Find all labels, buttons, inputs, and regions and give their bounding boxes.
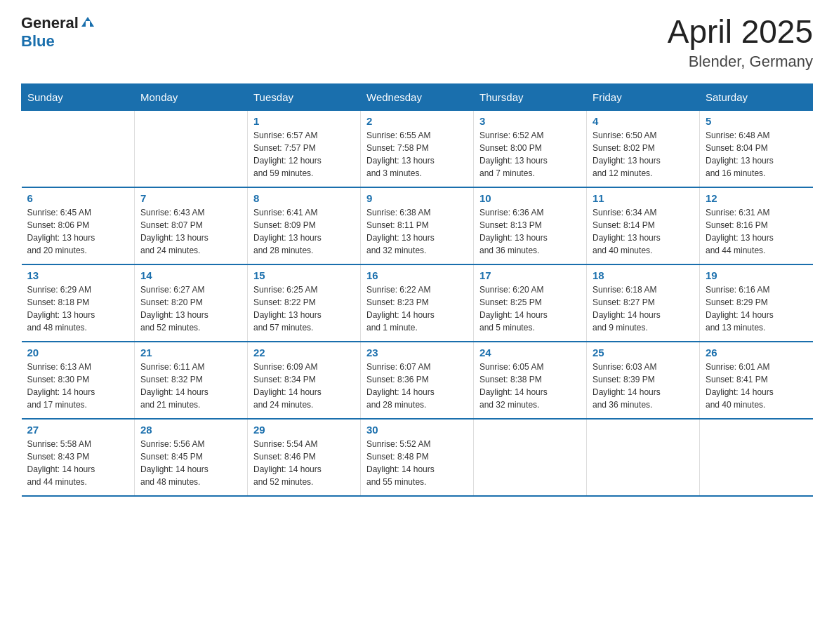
day-info: Sunrise: 6:27 AM Sunset: 8:20 PM Dayligh… (140, 283, 241, 334)
day-header-tuesday: Tuesday (248, 83, 361, 110)
day-info: Sunrise: 6:36 AM Sunset: 8:13 PM Dayligh… (479, 206, 581, 257)
day-info: Sunrise: 6:48 AM Sunset: 8:04 PM Dayligh… (706, 129, 807, 180)
calendar-subtitle: Blender, Germany (668, 53, 813, 71)
day-number: 24 (479, 347, 581, 358)
day-header-monday: Monday (135, 83, 248, 110)
day-info: Sunrise: 6:09 AM Sunset: 8:34 PM Dayligh… (253, 361, 355, 411)
logo-icon (80, 14, 95, 29)
day-info: Sunrise: 6:18 AM Sunset: 8:27 PM Dayligh… (593, 283, 694, 334)
calendar-week-row: 6Sunrise: 6:45 AM Sunset: 8:06 PM Daylig… (22, 187, 813, 264)
svg-rect-1 (86, 21, 90, 27)
day-number: 4 (593, 115, 694, 127)
day-number: 8 (253, 192, 355, 204)
day-number: 25 (593, 347, 694, 358)
day-info: Sunrise: 6:25 AM Sunset: 8:22 PM Dayligh… (253, 283, 355, 334)
day-number: 2 (366, 115, 468, 127)
day-number: 11 (593, 192, 694, 204)
day-info: Sunrise: 6:11 AM Sunset: 8:32 PM Dayligh… (140, 361, 241, 411)
calendar-cell: 26Sunrise: 6:01 AM Sunset: 8:41 PM Dayli… (700, 342, 813, 419)
day-number: 20 (27, 347, 129, 358)
day-info: Sunrise: 6:13 AM Sunset: 8:30 PM Dayligh… (27, 361, 129, 411)
calendar-cell: 11Sunrise: 6:34 AM Sunset: 8:14 PM Dayli… (587, 187, 700, 264)
calendar-week-row: 13Sunrise: 6:29 AM Sunset: 8:18 PM Dayli… (22, 264, 813, 342)
calendar-week-row: 27Sunrise: 5:58 AM Sunset: 8:43 PM Dayli… (22, 419, 813, 496)
day-info: Sunrise: 6:07 AM Sunset: 8:36 PM Dayligh… (366, 361, 468, 411)
day-info: Sunrise: 6:03 AM Sunset: 8:39 PM Dayligh… (593, 361, 694, 411)
day-number: 17 (479, 269, 581, 281)
day-info: Sunrise: 6:16 AM Sunset: 8:29 PM Dayligh… (706, 283, 807, 334)
day-number: 5 (706, 115, 807, 127)
logo-blue-text: Blue (21, 32, 55, 50)
day-info: Sunrise: 5:56 AM Sunset: 8:45 PM Dayligh… (140, 438, 241, 488)
logo-general-text: General (21, 14, 79, 32)
day-number: 19 (706, 269, 807, 281)
day-info: Sunrise: 6:29 AM Sunset: 8:18 PM Dayligh… (27, 283, 129, 334)
day-number: 9 (366, 192, 468, 204)
page-header: General Blue April 2025 Blender, Germany (21, 14, 813, 71)
calendar-cell: 27Sunrise: 5:58 AM Sunset: 8:43 PM Dayli… (22, 419, 135, 496)
calendar-week-row: 1Sunrise: 6:57 AM Sunset: 7:57 PM Daylig… (22, 110, 813, 187)
day-info: Sunrise: 6:20 AM Sunset: 8:25 PM Dayligh… (479, 283, 581, 334)
calendar-cell: 12Sunrise: 6:31 AM Sunset: 8:16 PM Dayli… (700, 187, 813, 264)
day-info: Sunrise: 5:54 AM Sunset: 8:46 PM Dayligh… (253, 438, 355, 488)
calendar-cell: 6Sunrise: 6:45 AM Sunset: 8:06 PM Daylig… (22, 187, 135, 264)
day-info: Sunrise: 6:01 AM Sunset: 8:41 PM Dayligh… (706, 361, 807, 411)
day-number: 28 (140, 424, 241, 436)
calendar-cell: 4Sunrise: 6:50 AM Sunset: 8:02 PM Daylig… (587, 110, 700, 187)
day-header-sunday: Sunday (22, 83, 135, 110)
calendar-cell: 24Sunrise: 6:05 AM Sunset: 8:38 PM Dayli… (474, 342, 587, 419)
day-info: Sunrise: 6:34 AM Sunset: 8:14 PM Dayligh… (593, 206, 694, 257)
logo: General Blue (21, 14, 95, 51)
calendar-cell: 2Sunrise: 6:55 AM Sunset: 7:58 PM Daylig… (361, 110, 474, 187)
day-info: Sunrise: 6:50 AM Sunset: 8:02 PM Dayligh… (593, 129, 694, 180)
day-info: Sunrise: 6:55 AM Sunset: 7:58 PM Dayligh… (366, 129, 468, 180)
day-number: 12 (706, 192, 807, 204)
calendar-cell: 8Sunrise: 6:41 AM Sunset: 8:09 PM Daylig… (248, 187, 361, 264)
calendar-cell: 14Sunrise: 6:27 AM Sunset: 8:20 PM Dayli… (135, 264, 248, 342)
day-number: 23 (366, 347, 468, 358)
calendar-cell: 5Sunrise: 6:48 AM Sunset: 8:04 PM Daylig… (700, 110, 813, 187)
day-info: Sunrise: 6:45 AM Sunset: 8:06 PM Dayligh… (27, 206, 129, 257)
day-info: Sunrise: 6:05 AM Sunset: 8:38 PM Dayligh… (479, 361, 581, 411)
day-info: Sunrise: 6:52 AM Sunset: 8:00 PM Dayligh… (479, 129, 581, 180)
calendar-cell (22, 110, 135, 187)
calendar-cell (587, 419, 700, 496)
calendar-week-row: 20Sunrise: 6:13 AM Sunset: 8:30 PM Dayli… (22, 342, 813, 419)
title-block: April 2025 Blender, Germany (668, 14, 813, 71)
calendar-cell: 13Sunrise: 6:29 AM Sunset: 8:18 PM Dayli… (22, 264, 135, 342)
day-header-friday: Friday (587, 83, 700, 110)
calendar-cell: 19Sunrise: 6:16 AM Sunset: 8:29 PM Dayli… (700, 264, 813, 342)
day-number: 13 (27, 269, 129, 281)
calendar-cell: 21Sunrise: 6:11 AM Sunset: 8:32 PM Dayli… (135, 342, 248, 419)
day-number: 27 (27, 424, 129, 436)
calendar-cell: 18Sunrise: 6:18 AM Sunset: 8:27 PM Dayli… (587, 264, 700, 342)
calendar-cell: 22Sunrise: 6:09 AM Sunset: 8:34 PM Dayli… (248, 342, 361, 419)
day-number: 7 (140, 192, 241, 204)
day-number: 18 (593, 269, 694, 281)
calendar-title: April 2025 (668, 14, 813, 50)
calendar-cell: 29Sunrise: 5:54 AM Sunset: 8:46 PM Dayli… (248, 419, 361, 496)
calendar-cell: 23Sunrise: 6:07 AM Sunset: 8:36 PM Dayli… (361, 342, 474, 419)
day-number: 15 (253, 269, 355, 281)
calendar-cell: 1Sunrise: 6:57 AM Sunset: 7:57 PM Daylig… (248, 110, 361, 187)
day-number: 10 (479, 192, 581, 204)
calendar-cell: 16Sunrise: 6:22 AM Sunset: 8:23 PM Dayli… (361, 264, 474, 342)
calendar-cell: 7Sunrise: 6:43 AM Sunset: 8:07 PM Daylig… (135, 187, 248, 264)
calendar-cell: 10Sunrise: 6:36 AM Sunset: 8:13 PM Dayli… (474, 187, 587, 264)
day-info: Sunrise: 6:38 AM Sunset: 8:11 PM Dayligh… (366, 206, 468, 257)
calendar-cell: 30Sunrise: 5:52 AM Sunset: 8:48 PM Dayli… (361, 419, 474, 496)
day-info: Sunrise: 6:57 AM Sunset: 7:57 PM Dayligh… (253, 129, 355, 180)
calendar-cell: 17Sunrise: 6:20 AM Sunset: 8:25 PM Dayli… (474, 264, 587, 342)
day-info: Sunrise: 6:22 AM Sunset: 8:23 PM Dayligh… (366, 283, 468, 334)
calendar-cell (700, 419, 813, 496)
calendar-cell: 3Sunrise: 6:52 AM Sunset: 8:00 PM Daylig… (474, 110, 587, 187)
day-number: 26 (706, 347, 807, 358)
calendar-cell (474, 419, 587, 496)
calendar-cell (135, 110, 248, 187)
day-number: 1 (253, 115, 355, 127)
calendar-cell: 25Sunrise: 6:03 AM Sunset: 8:39 PM Dayli… (587, 342, 700, 419)
day-header-wednesday: Wednesday (361, 83, 474, 110)
calendar-cell: 15Sunrise: 6:25 AM Sunset: 8:22 PM Dayli… (248, 264, 361, 342)
day-number: 30 (366, 424, 468, 436)
day-header-thursday: Thursday (474, 83, 587, 110)
